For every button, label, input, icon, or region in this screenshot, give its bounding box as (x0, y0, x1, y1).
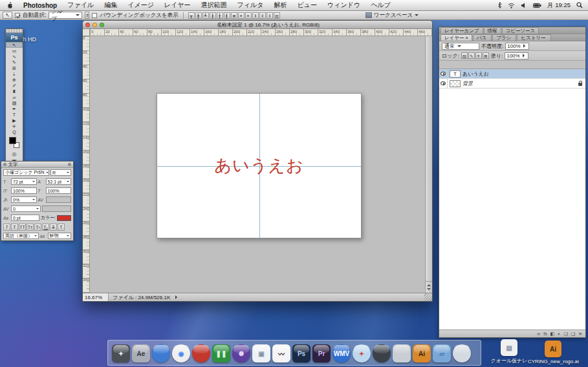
auto-select-checkbox[interactable] (15, 13, 20, 18)
small-caps-button[interactable]: Tᴛ (27, 224, 34, 231)
dock-app-dark-sphere[interactable] (373, 344, 391, 362)
panel-tab[interactable]: レイヤーカンプ (441, 27, 483, 34)
menu-item[interactable]: ヘルプ (365, 1, 396, 10)
text-color-swatch[interactable] (57, 215, 71, 221)
panel-tab[interactable]: コピーソース (502, 27, 539, 34)
zoom-level-field[interactable]: 16.67% (83, 293, 109, 301)
language-select[interactable]: 英語（米国） (3, 233, 39, 239)
distribute-left-edges-button[interactable]: ‖ (252, 12, 259, 19)
volume-icon[interactable] (521, 3, 527, 8)
apple-menu[interactable] (0, 2, 18, 9)
scroll-up-icon[interactable] (427, 282, 431, 286)
tracking-select[interactable]: 0 (11, 205, 41, 212)
add-layer-mask-icon[interactable]: ◧ (550, 331, 555, 337)
vertical-scrollbar[interactable] (425, 36, 432, 293)
status-menu-icon[interactable] (175, 295, 179, 299)
clone-stamp-tool[interactable]: ♜ (6, 89, 23, 94)
panel-tab[interactable]: ヒストリー (517, 34, 550, 41)
distribute-vertical-centers-button[interactable]: ≡ (238, 12, 245, 19)
zoom-tool[interactable]: Q (6, 129, 23, 135)
pen-tool[interactable]: ✒ (6, 106, 23, 112)
distribute-horizontal-centers-button[interactable]: ‖ (259, 12, 266, 19)
dock-folder[interactable]: ▱ (433, 344, 451, 362)
align-top-edges-button[interactable]: ┳ (188, 12, 195, 19)
menu-item[interactable]: 編集 (99, 1, 122, 10)
spotlight-icon[interactable] (576, 2, 583, 8)
layer-thumbnail[interactable]: T (450, 70, 461, 78)
strikethrough-button[interactable]: T (58, 224, 65, 231)
layer-thumbnail[interactable] (450, 80, 461, 87)
menu-item[interactable]: ウィンドウ (322, 1, 365, 10)
baseline-shift-field[interactable]: 0 pt (11, 215, 39, 221)
crop-tool[interactable]: ⊞ (6, 65, 23, 71)
new-group-icon[interactable]: ❏ (564, 331, 568, 337)
battery-icon[interactable] (533, 3, 541, 8)
quick-mask-button[interactable]: ◎ (6, 151, 23, 158)
font-family-select[interactable]: 小塚ゴシック Pr6N (3, 169, 49, 176)
menu-item[interactable]: イメージ (122, 1, 159, 10)
panel-tab[interactable]: レイヤー× (441, 34, 472, 41)
align-left-edges-button[interactable]: ┣ (210, 12, 216, 19)
close-icon[interactable]: × (466, 35, 468, 41)
canvas-text-layer[interactable]: あいうえお (157, 156, 361, 175)
eraser-tool[interactable]: ▱ (6, 94, 23, 100)
window-resize-grip[interactable] (424, 293, 432, 301)
layer-style-icon[interactable]: fx (543, 331, 547, 337)
lock-all-button[interactable]: ⊠ (483, 52, 489, 59)
align-horizontal-centers-button[interactable]: ╂ (217, 12, 223, 19)
dock-app-zigzag[interactable]: 〰 (272, 344, 290, 362)
dock-app-dark[interactable]: ✦ (112, 344, 130, 362)
bluetooth-icon[interactable] (497, 2, 502, 8)
dock-trash[interactable] (453, 344, 471, 362)
dock-app-silver[interactable] (393, 344, 411, 362)
brush-tool[interactable]: ✐ (6, 83, 23, 89)
wifi-icon[interactable] (508, 3, 515, 8)
move-tool[interactable]: ↖ (6, 42, 23, 48)
scroll-down-icon[interactable] (427, 288, 431, 292)
dock-file-kuoru[interactable]: ▤ クオール仮ナレ (484, 339, 534, 364)
opacity-field[interactable]: 100% (505, 43, 528, 50)
group-stepper[interactable] (85, 12, 89, 19)
distribute-top-edges-button[interactable]: ≣ (231, 12, 237, 19)
layer-row[interactable]: T あいうえお (439, 69, 585, 79)
layer-visibility-toggle[interactable] (439, 79, 448, 88)
minimize-window-button[interactable] (93, 23, 97, 27)
layer-row[interactable]: 背景 (439, 79, 585, 89)
quick-selection-tool[interactable]: ✎ (6, 59, 23, 65)
dock-app-blue-orb[interactable] (152, 344, 170, 362)
dock-app-illustrator[interactable]: Ai (413, 344, 431, 362)
menu-item[interactable]: レイヤー (159, 1, 196, 10)
align-bottom-edges-button[interactable]: ┻ (202, 12, 209, 19)
document-work-area[interactable]: あいうえお (90, 36, 425, 293)
menu-item[interactable]: ビュー (292, 1, 322, 10)
tsume-select[interactable]: 0% (11, 196, 37, 203)
close-window-button[interactable] (85, 23, 90, 27)
dock-file-cyring[interactable]: Ai CYRiNG_new_rogo.ai (528, 341, 578, 364)
rectangular-marquee-tool[interactable]: ▭ (6, 48, 23, 54)
eyedropper-tool[interactable]: ⇣ (6, 71, 23, 77)
all-caps-button[interactable]: TT (19, 224, 26, 231)
leading-select[interactable]: 52.1 pt (46, 178, 72, 185)
anti-alias-select[interactable]: 鮮明 (48, 233, 71, 239)
font-size-select[interactable]: 72 pt (11, 178, 37, 185)
document-title-bar[interactable]: 名称未設定 1 @ 16.7% (あいうえお, RGB/8) (83, 21, 432, 29)
font-style-select[interactable]: R (50, 169, 71, 176)
superscript-button[interactable]: T¹ (34, 224, 41, 231)
kerning-select[interactable] (46, 196, 72, 203)
faux-italic-button[interactable]: T (11, 224, 18, 231)
dock-app-green[interactable]: ❚❚ (212, 344, 230, 362)
lock-image-pixels-button[interactable]: ✎ (468, 52, 475, 59)
dock-app-photos[interactable]: ▣ (252, 344, 270, 362)
menu-item[interactable]: ファイル (62, 1, 99, 10)
lasso-tool[interactable]: ∿ (6, 54, 23, 59)
dock-app-photoshop[interactable]: Ps (292, 344, 310, 362)
delete-layer-icon[interactable]: ✕ (578, 331, 582, 337)
workspace-select[interactable]: ワークスペース (365, 12, 419, 19)
auto-select-group-select[interactable]: グループ (49, 12, 82, 19)
auto-align-layers-button[interactable]: ▥ (274, 12, 280, 19)
align-vertical-centers-button[interactable]: ╋ (195, 12, 202, 19)
menu-item[interactable]: 解析 (269, 1, 292, 10)
fill-field[interactable]: 100% (505, 52, 528, 59)
menu-item[interactable]: フィルタ (232, 1, 269, 10)
close-icon[interactable] (3, 163, 6, 166)
